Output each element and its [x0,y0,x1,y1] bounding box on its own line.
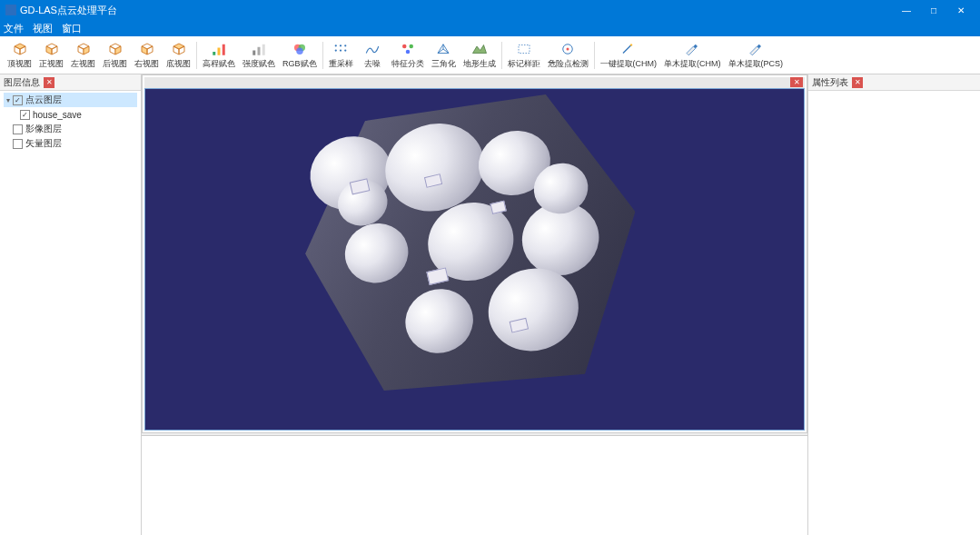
color-elevation-label: 高程赋色 [203,58,235,70]
svg-point-13 [340,49,342,51]
denoise-button[interactable]: 去噪 [357,37,388,74]
triangulate-label: 三角化 [431,58,456,70]
checkbox-checked-icon[interactable]: ✓ [20,110,30,120]
viewport-container: ✕ [142,74,807,433]
viewport-tabbar: ✕ [144,77,805,88]
menu-view[interactable]: 视图 [33,22,53,35]
toolbar: 顶视图 正视图 左视图 后视图 右视图 底视图 高程赋色 强 [0,36,980,74]
attributes-panel-header: 属性列表 ✕ [808,74,980,91]
attributes-panel-close-button[interactable]: ✕ [852,77,863,88]
tree-node-vector[interactable]: 矢量图层 [4,136,137,151]
tree-node-pointcloud[interactable]: ▾ ✓ 点云图层 [4,93,137,107]
expand-icon[interactable]: ▾ [4,96,13,104]
tree-node-label: house_save [33,110,82,120]
tree-node-label: 点云图层 [25,94,62,106]
color-rgb-button[interactable]: RGB赋色 [279,37,321,74]
cube-front-icon [43,41,61,57]
pen2-icon [747,41,765,57]
classify-label: 特征分类 [391,58,424,70]
pen-icon [683,41,701,57]
danger-detect-button[interactable]: 危险点检测 [544,37,592,74]
extract-single-pcs-button[interactable]: 单木提取(PCS) [725,37,787,74]
maximize-button[interactable]: □ [920,0,947,20]
view-bottom-button[interactable]: 底视图 [163,37,194,74]
svg-rect-5 [262,44,265,54]
svg-rect-4 [258,46,261,54]
denoise-label: 去噪 [364,58,381,70]
svg-point-14 [344,49,346,51]
view-left-label: 左视图 [71,58,95,70]
checkbox-unchecked-icon[interactable] [13,124,23,134]
svg-point-16 [409,44,413,48]
toolbar-group-views: 顶视图 正视图 左视图 后视图 右视图 底视图 [4,36,194,74]
title-bar: GD-LAS点云处理平台 — □ ✕ [0,0,980,20]
checkbox-checked-icon[interactable]: ✓ [13,95,23,105]
svg-point-20 [567,47,569,50]
view-right-label: 右视图 [134,58,159,70]
intensity-color-icon [250,41,268,57]
tree-node-image[interactable]: 影像图层 [4,122,137,136]
extract-single-chm-label: 单木提取(CHM) [664,58,721,70]
color-elevation-button[interactable]: 高程赋色 [199,37,239,74]
extract-single-pcs-label: 单木提取(PCS) [728,58,784,70]
svg-point-11 [344,45,346,46]
cube-bottom-icon [170,41,188,57]
view-back-label: 后视图 [103,58,127,70]
svg-rect-3 [252,50,255,54]
3d-viewport[interactable] [144,88,805,431]
layers-panel-title: 图层信息 [4,76,40,89]
danger-icon [559,41,577,57]
svg-point-9 [335,45,337,46]
attributes-panel-body [808,91,980,535]
denoise-icon [363,41,381,57]
mark-sample-icon [515,41,533,57]
tree-node-label: 矢量图层 [25,137,62,150]
view-left-button[interactable]: 左视图 [67,37,99,74]
rgb-color-icon [291,41,309,57]
minimize-button[interactable]: — [893,0,920,20]
color-intensity-button[interactable]: 强度赋色 [239,37,279,74]
tree-node-house-save[interactable]: ✓ house_save [4,107,137,122]
svg-point-12 [335,49,337,51]
attributes-panel-title: 属性列表 [812,76,848,89]
center-area: ✕ [142,74,807,535]
menu-window[interactable]: 窗口 [62,22,82,35]
toolbar-separator [501,42,502,69]
svg-point-10 [340,45,342,46]
toolbar-separator [196,42,197,69]
resample-label: 重采样 [329,58,353,70]
svg-point-15 [402,44,407,48]
checkbox-unchecked-icon[interactable] [13,139,23,149]
viewport-close-button[interactable]: ✕ [790,77,803,87]
view-bottom-label: 底视图 [166,58,191,70]
resample-icon [332,41,350,57]
wand-icon [619,41,638,57]
terrain-icon [470,41,489,57]
layers-panel-close-button[interactable]: ✕ [44,77,54,88]
triangulate-button[interactable]: 三角化 [428,37,460,74]
svg-rect-2 [223,44,225,54]
toolbar-group-mark: 标记样距 危险点检测 [504,36,592,74]
close-button[interactable]: ✕ [947,0,975,20]
classify-icon [399,41,417,57]
toolbar-group-process: 重采样 去噪 特征分类 三角化 地形生成 [325,36,500,74]
svg-rect-0 [213,52,215,55]
svg-point-17 [405,49,410,54]
terrain-button[interactable]: 地形生成 [460,37,500,74]
classify-button[interactable]: 特征分类 [388,37,428,74]
svg-rect-1 [218,47,221,54]
content-area: 图层信息 ✕ ▾ ✓ 点云图层 ✓ house_save 影像图层 [0,74,980,535]
view-front-button[interactable]: 正视图 [35,37,67,74]
mark-sample-label: 标记样距 [508,58,540,70]
view-right-button[interactable]: 右视图 [131,37,163,74]
elevation-color-icon [210,41,228,57]
extract-single-chm-button[interactable]: 单木提取(CHM) [660,37,725,74]
extract-onekey-button[interactable]: 一键提取(CHM) [597,37,661,74]
mark-sample-button[interactable]: 标记样距 [504,37,544,74]
color-rgb-label: RGB赋色 [282,58,317,70]
view-top-button[interactable]: 顶视图 [4,37,35,74]
layers-panel-header: 图层信息 ✕ [0,74,141,91]
menu-file[interactable]: 文件 [4,22,24,35]
view-back-button[interactable]: 后视图 [99,37,131,74]
resample-button[interactable]: 重采样 [325,37,357,74]
